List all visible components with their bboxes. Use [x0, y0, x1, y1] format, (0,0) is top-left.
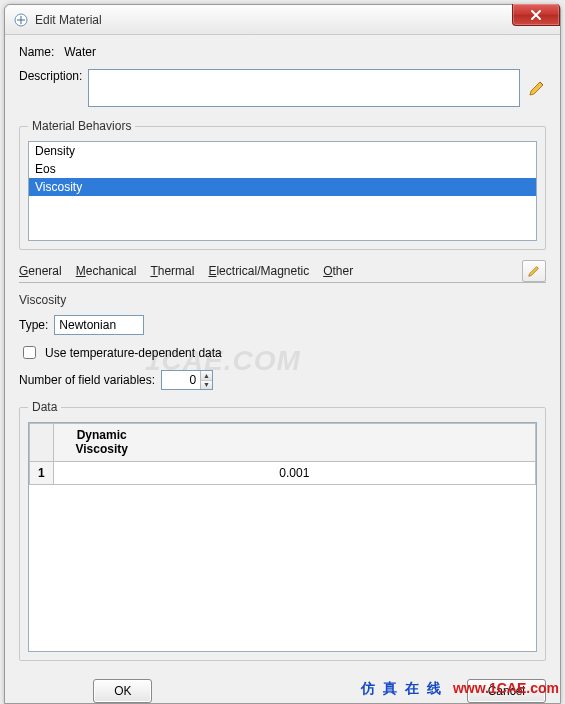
description-input[interactable]: [88, 69, 520, 107]
cancel-button[interactable]: Cancel: [467, 679, 546, 703]
behaviors-list[interactable]: Density Eos Viscosity: [28, 141, 537, 241]
type-label: Type:: [19, 318, 48, 332]
close-button[interactable]: [512, 4, 560, 26]
edit-description-button[interactable]: [528, 79, 546, 97]
material-behaviors-group: Material Behaviors Density Eos Viscosity: [19, 119, 546, 250]
temp-dependent-row: Use temperature-dependent data: [19, 343, 546, 362]
menu-other[interactable]: Other: [323, 264, 353, 278]
edit-behavior-button[interactable]: [522, 260, 546, 282]
field-variables-spinner[interactable]: ▲ ▼: [161, 370, 213, 390]
behavior-menubar: General Mechanical Thermal Electrical/Ma…: [19, 260, 546, 283]
window-title: Edit Material: [35, 13, 102, 27]
pencil-icon: [527, 264, 541, 278]
field-variables-row: Number of field variables: ▲ ▼: [19, 370, 546, 390]
menu-electrical[interactable]: Electrical/Magnetic: [208, 264, 309, 278]
ok-button[interactable]: OK: [93, 679, 152, 703]
grid-corner: [30, 424, 54, 462]
name-value: Water: [64, 45, 96, 59]
table-row[interactable]: 1 0.001: [30, 461, 536, 484]
viscosity-title: Viscosity: [19, 293, 546, 307]
behavior-item-eos[interactable]: Eos: [29, 160, 536, 178]
menu-thermal[interactable]: Thermal: [150, 264, 194, 278]
titlebar[interactable]: Edit Material: [5, 5, 560, 35]
menu-general[interactable]: General: [19, 264, 62, 278]
col-dynamic-viscosity[interactable]: Dynamic Viscosity: [53, 424, 535, 462]
data-grid[interactable]: Dynamic Viscosity 1 0.001: [29, 423, 536, 485]
temp-dependent-label: Use temperature-dependent data: [45, 346, 222, 360]
edit-material-dialog: Edit Material Name: Water Description: M…: [4, 4, 561, 704]
type-row: Type: Newtonian: [19, 315, 546, 335]
type-select[interactable]: Newtonian: [54, 315, 144, 335]
description-label: Description:: [19, 69, 82, 83]
temp-dependent-checkbox[interactable]: [23, 346, 36, 359]
close-icon: [530, 9, 542, 21]
name-row: Name: Water: [19, 45, 546, 59]
material-behaviors-legend: Material Behaviors: [28, 119, 135, 133]
behavior-item-density[interactable]: Density: [29, 142, 536, 160]
field-variables-label: Number of field variables:: [19, 373, 155, 387]
behavior-item-viscosity[interactable]: Viscosity: [29, 178, 536, 196]
description-row: Description:: [19, 69, 546, 107]
cell-dynamic-viscosity[interactable]: 0.001: [53, 461, 535, 484]
field-variables-input[interactable]: [162, 371, 200, 389]
spinner-up-button[interactable]: ▲: [201, 371, 212, 381]
data-grid-wrap: Dynamic Viscosity 1 0.001: [28, 422, 537, 652]
app-icon: [13, 12, 29, 28]
dialog-content: Name: Water Description: Material Behavi…: [5, 35, 560, 671]
spinner-down-button[interactable]: ▼: [201, 381, 212, 390]
button-bar: OK Cancel: [5, 671, 560, 703]
data-group: Data Dynamic Viscosity 1: [19, 400, 546, 661]
menu-mechanical[interactable]: Mechanical: [76, 264, 137, 278]
data-legend: Data: [28, 400, 61, 414]
pencil-icon: [528, 79, 546, 97]
row-index: 1: [30, 461, 54, 484]
name-label: Name:: [19, 45, 54, 59]
